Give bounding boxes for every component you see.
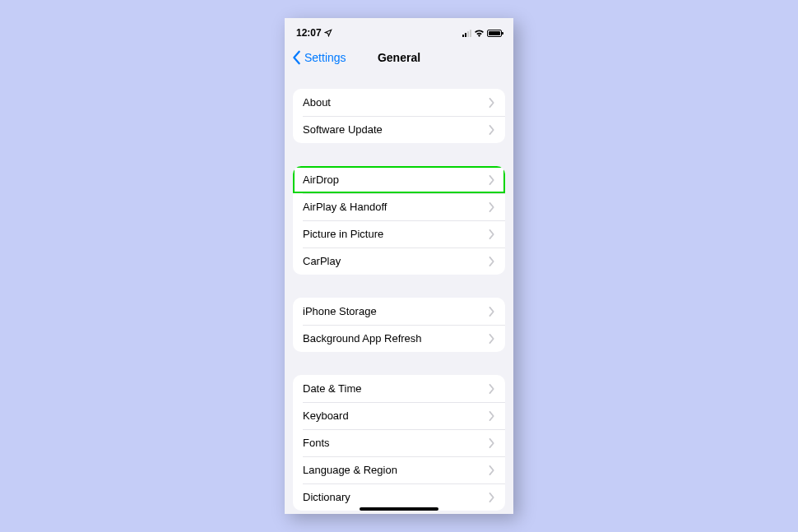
chevron-left-icon xyxy=(291,50,303,65)
chevron-right-icon xyxy=(489,411,495,421)
row-software-update[interactable]: Software Update xyxy=(293,116,505,143)
row-label: Fonts xyxy=(303,437,330,449)
row-label: Picture in Picture xyxy=(303,228,383,240)
settings-group: AirDrop AirPlay & Handoff Picture in Pic… xyxy=(293,166,505,275)
chevron-right-icon xyxy=(489,307,495,317)
status-left: 12:07 xyxy=(296,27,332,39)
chevron-right-icon xyxy=(489,257,495,266)
row-iphone-storage[interactable]: iPhone Storage xyxy=(293,298,505,325)
chevron-right-icon xyxy=(489,493,495,502)
battery-icon xyxy=(487,30,502,37)
chevron-right-icon xyxy=(489,438,495,448)
row-keyboard[interactable]: Keyboard xyxy=(293,402,505,429)
settings-group: About Software Update xyxy=(293,89,505,143)
chevron-right-icon xyxy=(489,125,495,135)
wifi-icon xyxy=(474,29,485,37)
back-button[interactable]: Settings xyxy=(291,50,346,65)
status-right xyxy=(462,29,502,37)
chevron-right-icon xyxy=(489,334,495,344)
chevron-right-icon xyxy=(489,202,495,212)
location-icon xyxy=(324,29,332,37)
row-label: AirPlay & Handoff xyxy=(303,201,387,213)
row-label: Language & Region xyxy=(303,464,397,476)
row-carplay[interactable]: CarPlay xyxy=(293,247,505,275)
back-label: Settings xyxy=(304,51,346,64)
row-label: Background App Refresh xyxy=(303,332,422,345)
row-label: CarPlay xyxy=(303,255,341,267)
chevron-right-icon xyxy=(489,175,495,185)
row-airplay-handoff[interactable]: AirPlay & Handoff xyxy=(293,193,505,220)
settings-group: iPhone Storage Background App Refresh xyxy=(293,298,505,352)
row-label: Software Update xyxy=(303,123,383,136)
chevron-right-icon xyxy=(489,98,495,108)
chevron-right-icon xyxy=(489,384,495,394)
status-time: 12:07 xyxy=(296,27,322,39)
row-label: iPhone Storage xyxy=(303,305,377,317)
chevron-right-icon xyxy=(489,465,495,475)
row-label: AirDrop xyxy=(303,173,339,186)
row-date-time[interactable]: Date & Time xyxy=(293,375,505,402)
row-label: Keyboard xyxy=(303,409,349,422)
row-about[interactable]: About xyxy=(293,89,505,116)
phone-frame: 12:07 Settings General About Software Up… xyxy=(285,18,513,514)
home-indicator[interactable] xyxy=(360,507,438,511)
row-picture-in-picture[interactable]: Picture in Picture xyxy=(293,220,505,247)
row-label: Dictionary xyxy=(303,491,350,503)
row-airdrop[interactable]: AirDrop xyxy=(293,166,505,193)
content: About Software Update AirDrop AirPlay & … xyxy=(285,89,513,511)
page-title: General xyxy=(378,51,420,64)
row-fonts[interactable]: Fonts xyxy=(293,429,505,456)
chevron-right-icon xyxy=(489,229,495,239)
row-label: Date & Time xyxy=(303,382,362,395)
row-label: About xyxy=(303,96,331,109)
cellular-signal-icon xyxy=(462,30,471,37)
row-language-region[interactable]: Language & Region xyxy=(293,456,505,483)
nav-bar: Settings General xyxy=(285,41,513,74)
settings-group: Date & Time Keyboard Fonts Language & Re… xyxy=(293,375,505,511)
status-bar: 12:07 xyxy=(285,25,513,41)
row-background-app-refresh[interactable]: Background App Refresh xyxy=(293,325,505,352)
